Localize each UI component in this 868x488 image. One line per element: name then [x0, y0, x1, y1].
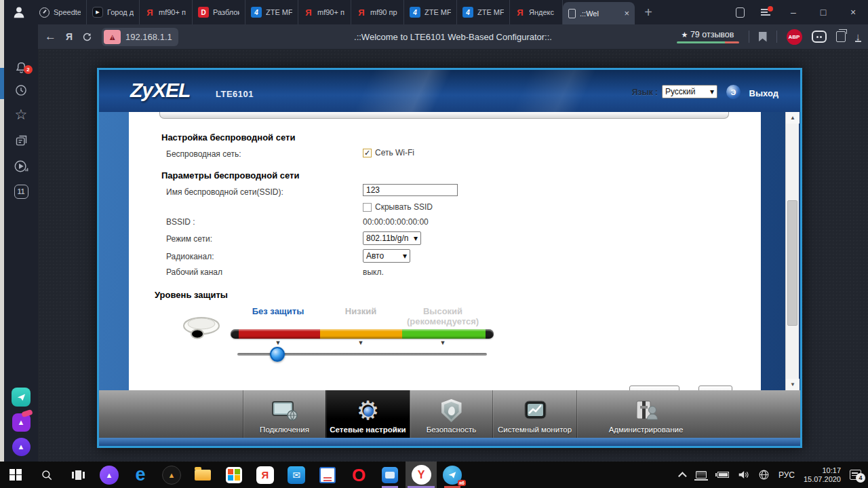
network-globe-icon[interactable]: [758, 469, 770, 481]
tab-gorod[interactable]: ▶Город д: [87, 0, 140, 24]
page-scrollbar[interactable]: ▲ ▼: [785, 112, 799, 390]
nav-item-network-settings[interactable]: ⚙ Сетевые настройки: [326, 390, 410, 438]
taskbar-file-explorer[interactable]: [187, 462, 218, 488]
cancel-button-partial[interactable]: [698, 386, 732, 390]
tabs-count-box: 11: [14, 185, 28, 199]
tab-zte-2[interactable]: 4ZTE MF9: [404, 0, 457, 24]
tab-label: Разблок: [213, 8, 239, 16]
apply-button-partial[interactable]: [629, 386, 679, 390]
network-mode-select[interactable]: 802.11b/g/n▾: [363, 231, 421, 245]
new-tab-button[interactable]: +: [635, 0, 662, 24]
search-button[interactable]: [31, 462, 62, 488]
tab-label: Город д: [107, 8, 134, 16]
security-level-high[interactable]: Высокий (рекомендуется): [407, 306, 479, 326]
taskbar-edge[interactable]: e: [125, 462, 156, 488]
collections-sidebar-button[interactable]: [4, 130, 38, 151]
4pda-favicon: 4: [462, 7, 473, 18]
paper-plane-app-icon: [12, 388, 31, 407]
url-text[interactable]: 192.168.1.1: [125, 32, 172, 42]
security-level-color-bar: [231, 329, 494, 339]
tab-close-icon[interactable]: ×: [624, 8, 629, 18]
tab-yandex[interactable]: ЯЯндекс: [510, 0, 563, 24]
nav-item-connections[interactable]: Подключения: [243, 390, 326, 438]
tab-razblok[interactable]: DРазблок: [193, 0, 245, 24]
language-select[interactable]: Русский▾: [662, 85, 717, 98]
messenger-app-button[interactable]: [4, 386, 38, 408]
taskbar-opera[interactable]: O: [343, 462, 374, 488]
clock-datetime[interactable]: 10:17 15.07.2020: [804, 466, 841, 484]
tab-zte-3[interactable]: 4ZTE MF9: [457, 0, 510, 24]
radio-channel-select[interactable]: Авто▾: [363, 249, 410, 263]
tab-zte-1[interactable]: 4ZTE MF9: [245, 0, 298, 24]
hide-ssid-checkbox[interactable]: [363, 203, 372, 212]
taskbar-alice[interactable]: ▲: [94, 462, 125, 488]
security-level-low[interactable]: Низкий: [345, 306, 376, 316]
speaker-icon[interactable]: [738, 470, 749, 480]
tabs-panel-button[interactable]: 11: [4, 181, 38, 202]
taskbar-saved-notes[interactable]: [312, 462, 343, 488]
star-icon: ☆: [15, 107, 28, 123]
reload-button[interactable]: [82, 32, 92, 42]
bookmark-icon[interactable]: [759, 32, 767, 42]
ssid-input[interactable]: [363, 184, 458, 196]
back-button[interactable]: ←: [45, 30, 56, 43]
nav-item-security[interactable]: Безопасность: [410, 390, 492, 438]
task-view-button[interactable]: [62, 462, 94, 488]
maximize-button[interactable]: □: [808, 0, 838, 24]
taskbar-yandex-app[interactable]: Я: [250, 462, 281, 488]
nav-item-system-monitor[interactable]: Системный монитор: [492, 390, 576, 438]
taskbar-telegram[interactable]: я6: [437, 462, 468, 488]
tab-mf90-2[interactable]: Яmf90+ п: [298, 0, 351, 24]
laptop-icon[interactable]: [696, 471, 707, 478]
network-mode-label: Режим сети:: [166, 234, 212, 244]
logout-button[interactable]: Выход: [749, 88, 778, 98]
security-level-none[interactable]: Без защиты: [252, 306, 304, 316]
yandex-home-button[interactable]: Я: [66, 31, 73, 42]
tab-speedtest[interactable]: Speedte: [34, 0, 87, 24]
nav-item-administration[interactable]: Администрирование: [576, 390, 715, 438]
section-security-heading: Уровень защиты: [155, 290, 228, 300]
tab-label: ZTE MF9: [266, 8, 292, 16]
wifi-router-icon: [182, 314, 221, 343]
start-button[interactable]: [0, 462, 31, 488]
tab-mf90-1[interactable]: Яmf90+ п: [140, 0, 193, 24]
nav-label: Системный монитор: [498, 426, 572, 434]
taskbar-aimp[interactable]: ▲: [156, 462, 187, 488]
side-panel-toggle-button[interactable]: [727, 0, 753, 24]
yandex-collections-app-button[interactable]: ▲: [4, 411, 38, 433]
minimize-button[interactable]: –: [778, 0, 808, 24]
collections-button[interactable]: [836, 31, 846, 42]
battery-icon[interactable]: [715, 472, 729, 478]
adblock-plus-extension-button[interactable]: ABP: [787, 29, 802, 45]
keyboard-language[interactable]: РУС: [778, 470, 795, 480]
scroll-up-button[interactable]: ▲: [786, 112, 800, 124]
notifications-button[interactable]: 2: [4, 57, 38, 77]
scrollbar-thumb[interactable]: [787, 200, 797, 326]
site-reviews-widget[interactable]: ★ 79 отзывов: [677, 30, 739, 43]
tab-mf90-3[interactable]: Яmf90 пр: [351, 0, 404, 24]
downloads-button[interactable]: ↓: [855, 32, 862, 42]
taskbar-microsoft-store[interactable]: [218, 462, 250, 488]
taskbar-photos[interactable]: [374, 462, 406, 488]
media-button[interactable]: [4, 156, 38, 176]
scroll-down-button[interactable]: ▼: [786, 379, 800, 390]
alice-app-button[interactable]: ▲: [4, 436, 38, 457]
browser-menu-button[interactable]: [753, 0, 778, 24]
tab-active-configurator[interactable]: .::Wel×: [563, 2, 635, 24]
profile-button[interactable]: [4, 0, 34, 24]
logout-icon[interactable]: Э: [726, 85, 741, 99]
wifi-enabled-checkbox[interactable]: ✓: [363, 149, 372, 157]
nav-label: Администрирование: [609, 426, 684, 434]
page-favicon: [568, 9, 576, 18]
close-button[interactable]: ×: [838, 0, 868, 24]
chevron-down-icon: ▾: [403, 251, 407, 261]
extension-camera-button[interactable]: [812, 31, 827, 43]
address-bar[interactable]: ▲! 192.168.1.1: [102, 28, 178, 46]
insecure-warning-badge[interactable]: ▲!: [104, 30, 121, 44]
action-center-button[interactable]: 4: [850, 470, 861, 480]
taskbar-yandex-browser-active[interactable]: Y: [406, 462, 437, 488]
security-slider-knob[interactable]: [270, 347, 285, 362]
bookmarks-button[interactable]: ☆: [4, 105, 38, 125]
taskbar-mail[interactable]: ✉: [281, 462, 312, 488]
history-button[interactable]: [4, 80, 38, 100]
